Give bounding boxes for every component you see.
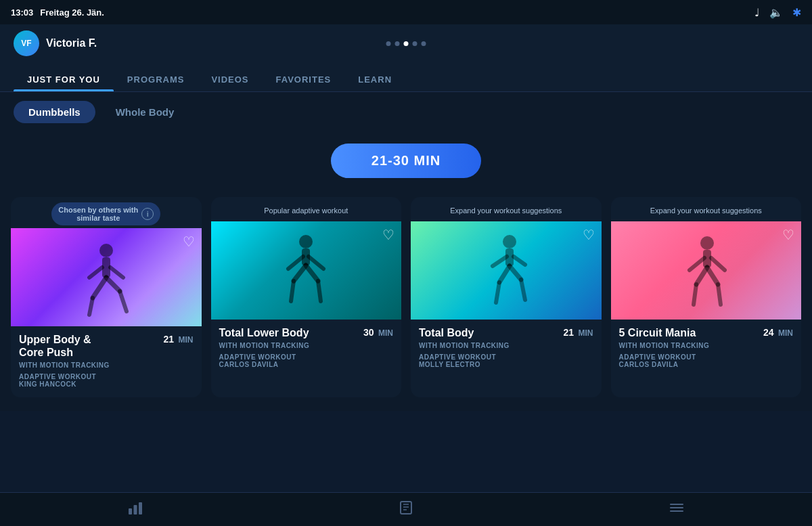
card-4-gradient: [611, 221, 802, 320]
card-1-min: MIN: [179, 335, 194, 345]
card-3-section-label: Expand your workout suggestions: [450, 206, 562, 215]
card-4-title-row: 5 Circuit Mania 24 MIN: [619, 326, 794, 339]
sub-tabs: Dumbbells Whole Body: [0, 92, 812, 131]
card-2-min: MIN: [378, 328, 393, 338]
card-2-heart[interactable]: ♡: [382, 227, 394, 243]
card-3-title-row: Total Body 21 MIN: [419, 326, 593, 339]
card-3-instructor: MOLLY ELECTRO: [419, 361, 593, 368]
card-3-heart[interactable]: ♡: [583, 227, 595, 243]
svg-line-19: [510, 266, 521, 280]
main-nav: JUST FOR YOU PROGRAMS VIDEOS FAVORITES L…: [0, 62, 812, 92]
user-name: Victoria F.: [46, 37, 97, 49]
svg-point-8: [299, 235, 313, 248]
svg-line-11: [306, 265, 318, 281]
card-2-section-label: Popular adaptive workout: [264, 206, 348, 215]
svg-line-27: [707, 267, 718, 284]
dot-3: [404, 41, 409, 46]
card-4-image: ♡: [611, 221, 802, 320]
avatar[interactable]: VF: [14, 30, 39, 56]
card-2-duration: 30: [363, 327, 374, 338]
svg-line-22: [493, 257, 507, 266]
nav-item-programs[interactable]: PROGRAMS: [114, 68, 198, 91]
card-3-title: Total Body: [419, 326, 558, 339]
card-2-label: Popular adaptive workout: [211, 197, 402, 221]
card-3-min: MIN: [579, 328, 593, 338]
pagination-dots: [386, 41, 426, 46]
card-3-type: ADAPTIVE WORKOUT: [419, 353, 593, 361]
svg-rect-34: [139, 502, 142, 514]
bottom-device-icon[interactable]: [397, 499, 415, 521]
svg-line-12: [291, 281, 294, 301]
cards-section: Chosen by others withsimilar taste i: [0, 190, 812, 411]
card-4-type: ADAPTIVE WORKOUT: [619, 353, 794, 361]
card-3-figure: [466, 227, 547, 315]
svg-line-5: [120, 291, 127, 311]
dot-4: [413, 41, 418, 46]
card-3-gradient: [411, 221, 602, 320]
svg-line-28: [694, 284, 696, 305]
workout-card-4[interactable]: Expand your workout suggestions: [611, 197, 802, 397]
dot-2: [395, 41, 400, 46]
nav-item-just-for-you[interactable]: JUST FOR YOU: [14, 68, 114, 91]
card-2-image: ♡: [211, 221, 402, 320]
bottom-stats-icon[interactable]: [127, 499, 144, 521]
card-3-tracking: WITH MOTION TRACKING: [419, 342, 593, 349]
nav-item-favorites[interactable]: FAVORITES: [263, 68, 345, 91]
status-time: 13:03: [11, 7, 33, 18]
card-4-instructor: CARLOS DAVILA: [619, 361, 794, 368]
card-2-title: Total Lower Body: [219, 326, 358, 339]
status-icons: ♩ 🔈 ✱: [754, 6, 801, 19]
workout-card-1[interactable]: Chosen by others withsimilar taste i: [11, 197, 202, 397]
dot-5: [422, 41, 426, 46]
card-1-title: Upper Body &Core Push: [19, 333, 158, 359]
card-2-figure: [265, 227, 346, 315]
bluetooth-icon: ✱: [792, 6, 801, 19]
card-4-title: 5 Circuit Mania: [619, 326, 758, 339]
tab-dumbbells[interactable]: Dumbbells: [14, 101, 95, 123]
card-1-tracking: WITH MOTION TRACKING: [19, 361, 194, 369]
svg-line-2: [93, 278, 106, 298]
card-1-gradient: [11, 228, 202, 326]
info-icon[interactable]: i: [141, 208, 154, 220]
svg-line-31: [711, 258, 725, 270]
svg-line-26: [696, 267, 707, 284]
svg-line-20: [496, 282, 499, 303]
time-filter-section: 21-30 MIN: [0, 131, 812, 190]
card-2-instructor: CARLOS DAVILA: [219, 361, 394, 368]
workout-card-2[interactable]: Popular adaptive workout: [211, 197, 402, 397]
bottom-menu-icon[interactable]: [668, 499, 685, 521]
card-2-gradient: [211, 221, 402, 320]
card-4-min: MIN: [778, 328, 793, 338]
dot-1: [386, 41, 391, 46]
card-1-body: Upper Body &Core Push 21 MIN WITH MOTION…: [11, 326, 202, 397]
card-1-duration-container: 21 MIN: [163, 333, 193, 345]
svg-point-16: [503, 235, 516, 248]
svg-rect-35: [401, 502, 411, 514]
svg-line-7: [110, 267, 123, 278]
status-bar: 13:03 Freitag 26. Jän. ♩ 🔈 ✱: [0, 0, 812, 24]
svg-line-13: [318, 281, 321, 301]
card-4-tracking: WITH MOTION TRACKING: [619, 342, 794, 349]
card-4-body: 5 Circuit Mania 24 MIN WITH MOTION TRACK…: [611, 320, 802, 378]
card-3-duration: 21: [563, 327, 574, 338]
cards-grid: Chosen by others withsimilar taste i: [11, 197, 801, 397]
user-header: VF Victoria F.: [0, 24, 812, 62]
workout-card-3[interactable]: Expand your workout suggestions: [411, 197, 602, 397]
nav-item-learn[interactable]: LEARN: [344, 68, 405, 91]
card-1-heart[interactable]: ♡: [183, 234, 195, 250]
svg-line-23: [514, 257, 525, 265]
svg-point-24: [700, 236, 714, 250]
time-badge[interactable]: 21-30 MIN: [331, 144, 481, 178]
card-4-heart[interactable]: ♡: [782, 227, 794, 243]
card-2-body: Total Lower Body 30 MIN WITH MOTION TRAC…: [211, 320, 402, 378]
card-1-badge: Chosen by others withsimilar taste i: [51, 202, 160, 225]
nav-item-videos[interactable]: VIDEOS: [198, 68, 262, 91]
svg-point-0: [99, 244, 113, 257]
card-1-title-row: Upper Body &Core Push 21 MIN: [19, 333, 194, 359]
card-1-label: Chosen by others withsimilar taste i: [11, 197, 202, 228]
tab-whole-body[interactable]: Whole Body: [101, 101, 189, 123]
svg-line-18: [499, 266, 510, 282]
card-1-instructor: KING HANCOCK: [19, 380, 194, 388]
svg-line-30: [690, 258, 704, 270]
status-date: Freitag 26. Jän.: [40, 7, 104, 18]
